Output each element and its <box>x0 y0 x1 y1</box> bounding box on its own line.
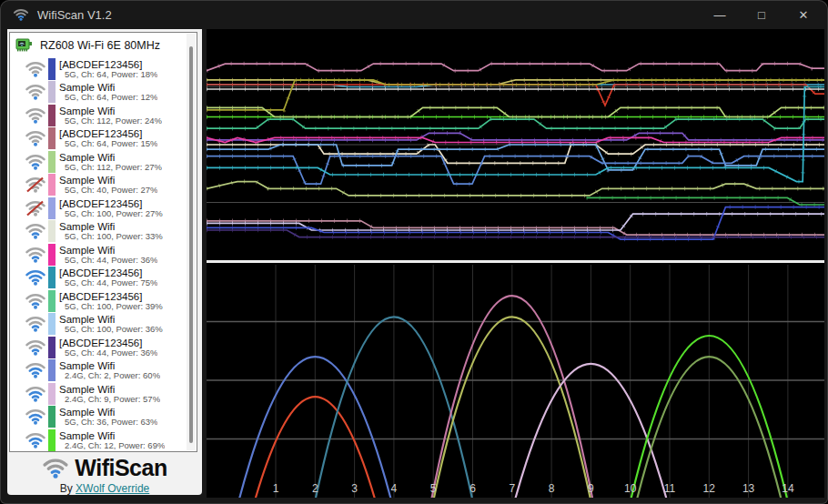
network-list-item[interactable]: [ABCDEF123456]5G, Ch: 100, Power: 27% <box>10 197 197 220</box>
spectrum-chart: 1234567891011121314 <box>207 263 824 498</box>
minimize-button[interactable]: — <box>699 0 741 29</box>
channel-label: 10 <box>624 482 637 495</box>
wifi-app-icon <box>13 8 29 21</box>
network-list-item[interactable]: Sample Wifi5G, Ch: 44, Power: 36% <box>10 243 197 267</box>
scrollbar-thumb[interactable] <box>189 46 193 443</box>
network-detail: 5G, Ch: 64, Power: 18% <box>59 70 157 79</box>
channel-label: 6 <box>470 482 476 495</box>
wifi-signal-icon <box>25 61 46 77</box>
network-detail: 5G, Ch: 40, Power: 27% <box>59 186 157 195</box>
network-name: Sample Wifi <box>59 106 162 116</box>
network-color-swatch <box>48 267 56 288</box>
wifi-signal-icon <box>25 432 46 449</box>
wifi-signal-icon <box>25 130 46 146</box>
wifi-signal-icon <box>25 84 46 100</box>
window-controls: — □ ✕ <box>699 0 824 29</box>
byline: By XWolf Override <box>7 482 202 495</box>
network-color-swatch <box>48 220 56 242</box>
wifi-signal-icon <box>25 200 46 217</box>
network-list-item[interactable]: Sample Wifi5G, Ch: 112, Power: 27% <box>10 150 197 174</box>
network-color-swatch <box>48 197 56 219</box>
network-name: Sample Wifi <box>59 430 165 441</box>
network-list-item[interactable]: [ABCDEF123456]5G, Ch: 64, Power: 15% <box>10 127 197 151</box>
logo-title: WifiScan <box>75 455 167 481</box>
network-name: [ABCDEF123456] <box>59 59 157 70</box>
maximize-button[interactable]: □ <box>741 0 783 29</box>
wifi-logo-icon <box>42 458 69 479</box>
network-list-item[interactable]: [ABCDEF123456]5G, Ch: 44, Power: 36% <box>10 336 197 359</box>
wifi-signal-icon <box>25 269 46 286</box>
network-color-swatch <box>48 151 56 173</box>
network-text: [ABCDEF123456]5G, Ch: 100, Power: 39% <box>59 291 163 311</box>
wifi-signal-icon <box>25 247 46 263</box>
wifi-signal-icon <box>25 362 46 378</box>
network-color-swatch <box>48 244 56 266</box>
network-list-item[interactable]: Sample Wifi5G, Ch: 36, Power: 63% <box>10 406 197 429</box>
channel-label: 4 <box>391 482 398 495</box>
network-list-item[interactable]: Sample Wifi5G, Ch: 100, Power: 36% <box>10 313 197 337</box>
channel-label: 13 <box>742 482 755 495</box>
network-list-item[interactable]: Sample Wifi5G, Ch: 40, Power: 27% <box>10 174 197 197</box>
channel-label: 9 <box>588 482 594 495</box>
network-color-swatch <box>48 81 56 103</box>
network-list-item[interactable]: Sample Wifi5G, Ch: 64, Power: 12% <box>10 81 197 105</box>
network-list-item[interactable]: Sample Wifi5G, Ch: 100, Power: 33% <box>10 220 197 244</box>
network-detail: 2.4G, Ch: 2, Power: 60% <box>59 371 160 380</box>
adapter-node[interactable]: RZ608 Wi-Fi 6E 80MHz <box>10 33 197 57</box>
network-text: [ABCDEF123456]5G, Ch: 44, Power: 75% <box>59 267 157 287</box>
network-list-item[interactable]: [ABCDEF123456]5G, Ch: 100, Power: 39% <box>10 289 197 313</box>
scrollbar-track[interactable] <box>187 34 196 450</box>
network-text: Sample Wifi5G, Ch: 100, Power: 36% <box>59 314 163 334</box>
network-detail: 5G, Ch: 44, Power: 36% <box>59 348 157 358</box>
channel-label: 5 <box>430 482 437 495</box>
byline-prefix: By <box>60 482 73 495</box>
network-detail: 5G, Ch: 36, Power: 63% <box>59 418 157 427</box>
network-color-swatch <box>48 429 56 451</box>
network-detail: 2.4G, Ch: 9, Power: 57% <box>59 395 160 404</box>
close-button[interactable]: ✕ <box>783 0 824 29</box>
network-detail: 5G, Ch: 100, Power: 39% <box>59 302 163 311</box>
network-list-item[interactable]: Sample Wifi5G, Ch: 112, Power: 24% <box>10 104 197 127</box>
network-text: Sample Wifi5G, Ch: 64, Power: 12% <box>59 82 157 102</box>
network-detail: 5G, Ch: 100, Power: 36% <box>59 325 163 334</box>
network-color-swatch <box>48 58 56 80</box>
network-list-item[interactable]: Sample Wifi2.4G, Ch: 12, Power: 69% <box>10 428 197 452</box>
network-list-item[interactable]: [ABCDEF123456]5G, Ch: 64, Power: 18% <box>10 57 197 81</box>
network-list-item[interactable]: Sample Wifi2.4G, Ch: 9, Power: 57% <box>10 382 197 406</box>
wifi-signal-icon <box>25 154 46 170</box>
network-list-item[interactable]: Sample Wifi2.4G, Ch: 2, Power: 60% <box>10 359 197 383</box>
network-adapter-icon <box>15 37 34 54</box>
network-text: [ABCDEF123456]5G, Ch: 64, Power: 15% <box>59 128 157 148</box>
network-color-swatch <box>48 290 56 312</box>
network-detail: 2.4G, Ch: 12, Power: 69% <box>59 441 165 450</box>
network-text: Sample Wifi2.4G, Ch: 12, Power: 69% <box>59 430 165 450</box>
network-detail: 5G, Ch: 100, Power: 33% <box>59 232 163 241</box>
network-detail: 5G, Ch: 112, Power: 24% <box>59 116 162 126</box>
author-link[interactable]: XWolf Override <box>76 482 149 495</box>
network-detail: 5G, Ch: 112, Power: 27% <box>59 163 162 172</box>
window-title: WifiScan V1.2 <box>37 8 112 22</box>
channel-label: 11 <box>664 482 676 495</box>
network-name: Sample Wifi <box>59 152 162 163</box>
network-text: Sample Wifi5G, Ch: 36, Power: 63% <box>59 407 157 427</box>
network-name: Sample Wifi <box>59 245 157 256</box>
wifi-signal-icon <box>25 223 46 239</box>
network-name: Sample Wifi <box>59 384 160 395</box>
adapter-label: RZ608 Wi-Fi 6E 80MHz <box>40 39 160 52</box>
channel-label: 12 <box>703 482 716 495</box>
sidebar: RZ608 Wi-Fi 6E 80MHz [ABCDEF123456]5G, C… <box>7 29 202 495</box>
network-detail: 5G, Ch: 64, Power: 12% <box>59 93 157 102</box>
wifi-signal-icon <box>25 408 46 425</box>
channel-label: 1 <box>273 482 279 495</box>
title-bar: WifiScan V1.2 — □ ✕ <box>0 0 828 29</box>
network-color-swatch <box>48 337 56 358</box>
network-detail: 5G, Ch: 64, Power: 15% <box>59 139 157 148</box>
channel-label: 14 <box>782 482 794 495</box>
network-text: [ABCDEF123456]5G, Ch: 100, Power: 27% <box>59 198 163 218</box>
network-color-swatch <box>48 383 56 405</box>
wifi-signal-icon <box>25 386 46 402</box>
wifi-signal-icon <box>25 316 46 332</box>
channel-label: 7 <box>509 482 515 495</box>
channel-label: 3 <box>351 482 358 495</box>
network-list-item[interactable]: [ABCDEF123456]5G, Ch: 44, Power: 75% <box>10 267 197 290</box>
